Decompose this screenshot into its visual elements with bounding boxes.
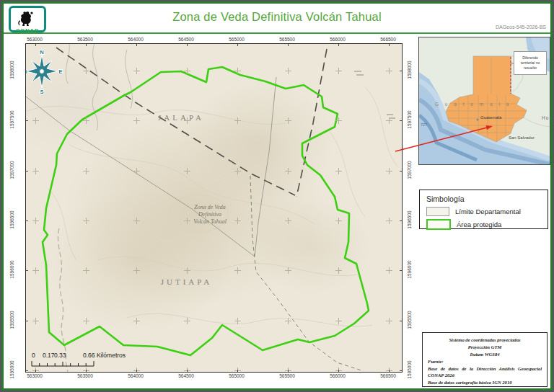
compass-e-label: E bbox=[58, 68, 62, 75]
frame-tick bbox=[400, 321, 402, 321]
grid-cross bbox=[335, 68, 342, 74]
credits-source-line: Base de datos de la Dirección Análisis G… bbox=[428, 365, 542, 380]
grid-y-label: 1596000 bbox=[407, 261, 412, 279]
grid-x-label: 565000 bbox=[229, 373, 245, 378]
grid-y-label: 1595500 bbox=[9, 311, 14, 329]
grid-y-label: 1595500 bbox=[407, 311, 412, 329]
grid-cross bbox=[184, 318, 190, 324]
grid-cross bbox=[285, 117, 291, 124]
grid-x-label: 565000 bbox=[229, 37, 245, 42]
grid-y-label: 1596500 bbox=[407, 210, 412, 228]
compass-rose-icon: N E S O bbox=[25, 48, 63, 94]
san-salvador-label: San Salvador bbox=[509, 135, 535, 140]
frame-tick bbox=[26, 321, 28, 321]
scale-bar: 0 0.17 0.33 0.66 Kilómetros bbox=[27, 352, 121, 370]
grid-cross bbox=[133, 267, 140, 274]
grid-cross bbox=[133, 68, 140, 74]
capital-label: Guatemala bbox=[480, 115, 501, 120]
legend-item-label: Área protegida bbox=[457, 220, 501, 228]
grid-cross bbox=[83, 168, 89, 174]
grid-cross bbox=[335, 267, 342, 274]
frame-tick bbox=[187, 44, 188, 46]
grid-x-label: 564500 bbox=[178, 37, 194, 42]
grid-cross bbox=[184, 68, 190, 74]
frame-tick bbox=[400, 171, 402, 172]
frame-tick bbox=[338, 44, 339, 46]
grid-cross bbox=[386, 117, 392, 124]
frame-tick bbox=[86, 44, 87, 46]
grid-x-label: 566500 bbox=[380, 373, 396, 378]
credits-fuente-label: Fuente: bbox=[428, 358, 542, 365]
grid-cross bbox=[285, 218, 291, 224]
grid-cross bbox=[32, 117, 39, 124]
frame-tick bbox=[237, 370, 238, 372]
frame-tick bbox=[389, 44, 390, 46]
protected-area-swatch bbox=[426, 219, 451, 230]
grid-cross bbox=[83, 318, 89, 324]
grid-y-label: 1598000 bbox=[9, 61, 14, 79]
grid-cross bbox=[32, 168, 39, 174]
map-sheet: CONAP Zona de Veda Definitiva Volcán Tah… bbox=[1, 1, 553, 391]
legend-item: Límite Departamental bbox=[426, 207, 541, 216]
grid-cross bbox=[184, 168, 190, 174]
grid-zone-label: 72T bbox=[421, 122, 427, 127]
frame-tick bbox=[288, 370, 289, 372]
frame-tick bbox=[136, 44, 137, 46]
department-label-north: JALAPA bbox=[134, 113, 228, 122]
grid-cross bbox=[133, 218, 140, 224]
grid-y-label: 1596000 bbox=[9, 261, 14, 279]
frame-tick bbox=[400, 220, 402, 221]
grid-cross bbox=[32, 218, 39, 224]
grid-cross bbox=[285, 68, 291, 74]
grid-x-label: 563000 bbox=[27, 373, 43, 378]
grid-y-label: 1596500 bbox=[9, 210, 14, 228]
credits-line: Datum WGS84 bbox=[428, 351, 542, 358]
grid-y-label: 1597500 bbox=[407, 111, 412, 129]
document-id: DAGeos-545-2026-BS bbox=[496, 24, 546, 30]
frame-tick bbox=[35, 44, 36, 46]
credits-line: Proyección GTM bbox=[428, 344, 542, 351]
credits-sources: Base de datos de la Dirección Análisis G… bbox=[428, 365, 542, 387]
capital-city-dot bbox=[476, 118, 478, 120]
credits-box: Sistema de coordenadas proyectadasProyec… bbox=[422, 332, 548, 387]
grid-cross bbox=[83, 68, 89, 74]
grid-y-label: 1595000 bbox=[407, 360, 412, 378]
grid-y-label: 1595000 bbox=[9, 360, 14, 378]
grid-cross bbox=[234, 117, 241, 124]
credits-projection: Sistema de coordenadas proyectadasProyec… bbox=[428, 337, 542, 358]
legend-items: Límite DepartamentalÁrea protegida bbox=[426, 207, 541, 230]
stream-lines bbox=[66, 44, 132, 130]
grid-x-label: 564500 bbox=[178, 373, 194, 378]
grid-x-label: 565500 bbox=[279, 37, 295, 42]
grid-cross bbox=[386, 68, 392, 74]
grid-cross bbox=[234, 68, 241, 74]
legend-item: Área protegida bbox=[426, 219, 541, 230]
department-label-south: JUTIAPA bbox=[134, 277, 239, 286]
grid-cross bbox=[386, 318, 392, 324]
credits-source-line: Base de datos cartografía básica IGN 201… bbox=[428, 379, 542, 386]
trail-line bbox=[58, 228, 68, 372]
grid-x-label: 566500 bbox=[380, 37, 396, 42]
grid-cross bbox=[386, 168, 392, 174]
compass-w-label: O bbox=[25, 68, 27, 75]
minor-boundary-dashes bbox=[354, 71, 395, 118]
legend-item-label: Límite Departamental bbox=[455, 208, 521, 215]
grid-x-label: 563500 bbox=[77, 37, 93, 42]
grid-cross bbox=[386, 218, 392, 224]
grid-x-label: 564000 bbox=[128, 373, 144, 378]
grid-cross bbox=[32, 318, 39, 324]
page-title: Zona de Veda Definitiva Volcán Tahual bbox=[61, 10, 493, 24]
scale-label-066: 0.66 Kilómetros bbox=[83, 352, 126, 359]
grid-cross bbox=[285, 318, 291, 324]
grid-cross bbox=[133, 318, 140, 324]
scale-label-0: 0 bbox=[32, 352, 35, 359]
grid-y-label: 1597000 bbox=[9, 161, 14, 179]
grid-x-label: 563000 bbox=[27, 37, 43, 42]
frame-tick bbox=[400, 71, 402, 71]
frame-tick bbox=[389, 370, 390, 372]
protected-area-label: Zona de Veda Definitiva Volcán Tahual bbox=[169, 204, 251, 226]
inset-locator-map: Diferendo territorial no resuelto G u a … bbox=[418, 37, 550, 165]
grid-cross bbox=[83, 267, 89, 274]
road-lines bbox=[26, 77, 276, 257]
grid-cross bbox=[285, 267, 291, 274]
